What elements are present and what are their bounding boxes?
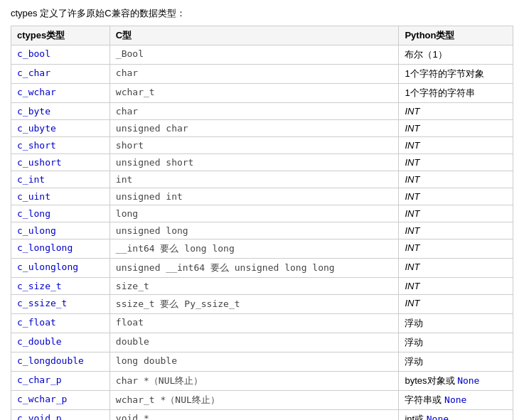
header-c: C型 bbox=[109, 26, 399, 45]
cell-python: INT bbox=[399, 222, 513, 239]
cell-c: char *（NUL终止） bbox=[109, 372, 399, 391]
cell-c: float bbox=[109, 314, 399, 333]
table-row: c_charchar1个字符的字节对象 bbox=[11, 65, 513, 84]
table-row: c_longdoublelong double浮动 bbox=[11, 352, 513, 372]
cell-python: INT bbox=[399, 154, 513, 171]
cell-c: wchar_t bbox=[109, 84, 399, 103]
cell-c: wchar_t *（NUL终止） bbox=[109, 391, 399, 410]
table-row: c_char_pchar *（NUL终止）bytes对象或 None bbox=[11, 372, 513, 391]
cell-ctypes: c_ssize_t bbox=[11, 295, 110, 314]
cell-python: 浮动 bbox=[399, 314, 513, 333]
cell-ctypes: c_char bbox=[11, 65, 110, 84]
table-header-row: ctypes类型 C型 Python类型 bbox=[11, 26, 513, 45]
table-row: c_ssize_tssize_t 要么 Py_ssize_tINT bbox=[11, 295, 513, 314]
cell-c: unsigned long bbox=[109, 222, 399, 239]
cell-c: double bbox=[109, 333, 399, 352]
table-row: c_intintINT bbox=[11, 171, 513, 188]
cell-c: long bbox=[109, 205, 399, 222]
cell-c: unsigned short bbox=[109, 154, 399, 171]
cell-ctypes: c_ulonglong bbox=[11, 259, 110, 278]
cell-c: int bbox=[109, 171, 399, 188]
cell-python: INT bbox=[399, 171, 513, 188]
cell-python: 字符串或 None bbox=[399, 391, 513, 410]
cell-python: INT bbox=[399, 205, 513, 222]
table-row: c_size_tsize_tINT bbox=[11, 278, 513, 295]
table-row: c_ulonglongunsigned __int64 要么 unsigned … bbox=[11, 259, 513, 278]
cell-ctypes: c_char_p bbox=[11, 372, 110, 391]
cell-python: 浮动 bbox=[399, 333, 513, 352]
cell-ctypes: c_ushort bbox=[11, 154, 110, 171]
table-row: c_shortshortINT bbox=[11, 137, 513, 154]
table-row: c_void_pvoid *int或 None bbox=[11, 410, 513, 421]
cell-c: unsigned char bbox=[109, 120, 399, 137]
cell-ctypes: c_float bbox=[11, 314, 110, 333]
cell-python: INT bbox=[399, 137, 513, 154]
cell-c: void * bbox=[109, 410, 399, 421]
table-row: c_longlongINT bbox=[11, 205, 513, 222]
cell-ctypes: c_long bbox=[11, 205, 110, 222]
cell-python: INT bbox=[399, 188, 513, 205]
header-python: Python类型 bbox=[399, 26, 513, 45]
cell-c: _Bool bbox=[109, 45, 399, 65]
cell-ctypes: c_wchar bbox=[11, 84, 110, 103]
cell-ctypes: c_double bbox=[11, 333, 110, 352]
cell-ctypes: c_size_t bbox=[11, 278, 110, 295]
cell-python: 布尔（1） bbox=[399, 45, 513, 65]
table-row: c_bool_Bool布尔（1） bbox=[11, 45, 513, 65]
cell-python: 1个字符的字符串 bbox=[399, 84, 513, 103]
table-row: c_ubyteunsigned charINT bbox=[11, 120, 513, 137]
header-ctypes: ctypes类型 bbox=[11, 26, 110, 45]
cell-ctypes: c_ubyte bbox=[11, 120, 110, 137]
cell-ctypes: c_longdouble bbox=[11, 352, 110, 372]
cell-c: long double bbox=[109, 352, 399, 372]
cell-c: short bbox=[109, 137, 399, 154]
table-row: c_longlong__int64 要么 long longINT bbox=[11, 239, 513, 259]
table-row: c_uintunsigned intINT bbox=[11, 188, 513, 205]
cell-ctypes: c_void_p bbox=[11, 410, 110, 421]
cell-ctypes: c_longlong bbox=[11, 239, 110, 259]
table-row: c_bytecharINT bbox=[11, 103, 513, 120]
cell-python: 1个字符的字节对象 bbox=[399, 65, 513, 84]
ctypes-table: ctypes类型 C型 Python类型 c_bool_Bool布尔（1）c_c… bbox=[11, 26, 513, 420]
cell-c: unsigned int bbox=[109, 188, 399, 205]
cell-c: __int64 要么 long long bbox=[109, 239, 399, 259]
cell-python: bytes对象或 None bbox=[399, 372, 513, 391]
cell-python: 浮动 bbox=[399, 352, 513, 372]
cell-c: char bbox=[109, 65, 399, 84]
cell-python: int或 None bbox=[399, 410, 513, 421]
cell-ctypes: c_uint bbox=[11, 188, 110, 205]
table-row: c_wcharwchar_t1个字符的字符串 bbox=[11, 84, 513, 103]
cell-ctypes: c_wchar_p bbox=[11, 391, 110, 410]
cell-ctypes: c_byte bbox=[11, 103, 110, 120]
cell-python: INT bbox=[399, 278, 513, 295]
cell-ctypes: c_short bbox=[11, 137, 110, 154]
cell-python: INT bbox=[399, 120, 513, 137]
cell-c: ssize_t 要么 Py_ssize_t bbox=[109, 295, 399, 314]
cell-ctypes: c_ulong bbox=[11, 222, 110, 239]
cell-python: INT bbox=[399, 295, 513, 314]
cell-python: INT bbox=[399, 103, 513, 120]
cell-ctypes: c_int bbox=[11, 171, 110, 188]
cell-ctypes: c_bool bbox=[11, 45, 110, 65]
table-row: c_floatfloat浮动 bbox=[11, 314, 513, 333]
table-row: c_ulongunsigned longINT bbox=[11, 222, 513, 239]
cell-c: char bbox=[109, 103, 399, 120]
cell-c: size_t bbox=[109, 278, 399, 295]
cell-c: unsigned __int64 要么 unsigned long long bbox=[109, 259, 399, 278]
cell-python: INT bbox=[399, 239, 513, 259]
table-row: c_wchar_pwchar_t *（NUL终止）字符串或 None bbox=[11, 391, 513, 410]
cell-python: INT bbox=[399, 259, 513, 278]
intro-text: ctypes 定义了许多原始C兼容的数据类型： bbox=[11, 7, 513, 20]
table-row: c_doubledouble浮动 bbox=[11, 333, 513, 352]
table-row: c_ushortunsigned shortINT bbox=[11, 154, 513, 171]
